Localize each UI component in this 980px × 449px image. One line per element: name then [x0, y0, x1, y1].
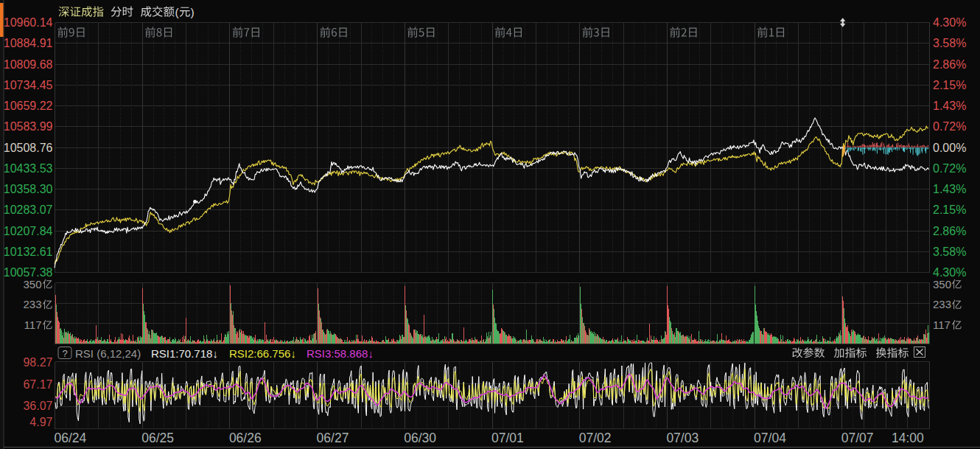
svg-text:): ) [191, 6, 195, 18]
svg-text:10809.68: 10809.68 [4, 58, 53, 71]
svg-text:07/01: 07/01 [491, 431, 524, 445]
svg-text:2.86%: 2.86% [933, 58, 966, 71]
svg-text:07/03: 07/03 [666, 431, 699, 445]
svg-text:14:00: 14:00 [892, 431, 924, 445]
svg-text:4.30%: 4.30% [933, 16, 966, 29]
svg-text:2.86%: 2.86% [933, 225, 966, 237]
svg-text:233: 233 [23, 298, 41, 310]
svg-text:67.17: 67.17 [23, 378, 52, 391]
svg-text:4.30%: 4.30% [933, 266, 966, 279]
svg-text:3.58%: 3.58% [933, 37, 966, 49]
svg-text:06/25: 06/25 [141, 431, 174, 445]
svg-text:36.07: 36.07 [23, 400, 52, 412]
svg-text:98.27: 98.27 [23, 356, 52, 369]
svg-text:RSI2:66.756↓: RSI2:66.756↓ [229, 347, 296, 360]
svg-text:10057.38: 10057.38 [4, 266, 53, 279]
svg-text:1.43%: 1.43% [933, 183, 966, 195]
svg-text:RSI3:58.868↓: RSI3:58.868↓ [307, 347, 374, 360]
svg-text:117: 117 [24, 319, 42, 331]
svg-text:3.58%: 3.58% [933, 246, 966, 258]
svg-text:07/07: 07/07 [841, 431, 874, 445]
svg-text:10433.53: 10433.53 [4, 162, 53, 175]
svg-text:2.15%: 2.15% [933, 79, 966, 91]
svg-text:06/26: 06/26 [229, 431, 262, 445]
svg-text:4.97: 4.97 [29, 416, 52, 428]
svg-text:RSI1:70.718↓: RSI1:70.718↓ [151, 347, 218, 360]
svg-text:350: 350 [23, 278, 41, 290]
svg-text:0.72%: 0.72% [933, 162, 966, 175]
svg-text:10659.22: 10659.22 [4, 100, 53, 112]
svg-text:0.00%: 0.00% [933, 142, 966, 154]
svg-text:1.43%: 1.43% [933, 100, 966, 112]
svg-text:?: ? [62, 348, 67, 359]
svg-text:RSI (6,12,24): RSI (6,12,24) [75, 347, 141, 360]
svg-text:(: ( [175, 6, 180, 18]
svg-text:06/27: 06/27 [317, 431, 349, 445]
svg-text:10734.45: 10734.45 [4, 79, 53, 91]
svg-text:350: 350 [933, 278, 951, 290]
svg-text:06/30: 06/30 [404, 431, 436, 445]
svg-text:10207.84: 10207.84 [4, 225, 53, 237]
svg-text:10132.61: 10132.61 [4, 246, 53, 258]
svg-text:10508.76: 10508.76 [4, 142, 53, 154]
svg-text:2.15%: 2.15% [933, 203, 966, 216]
svg-text:10283.07: 10283.07 [4, 203, 53, 216]
svg-text:0.72%: 0.72% [933, 120, 966, 133]
svg-text:10960.14: 10960.14 [4, 16, 53, 29]
svg-text:07/04: 07/04 [754, 431, 786, 445]
svg-text:10358.30: 10358.30 [4, 183, 53, 195]
svg-text:233: 233 [933, 298, 951, 310]
svg-text:07/02: 07/02 [579, 431, 612, 445]
svg-text:10884.91: 10884.91 [4, 37, 53, 49]
svg-text:06/24: 06/24 [55, 431, 87, 445]
svg-text:10583.99: 10583.99 [4, 120, 53, 133]
svg-text:117: 117 [933, 319, 951, 331]
